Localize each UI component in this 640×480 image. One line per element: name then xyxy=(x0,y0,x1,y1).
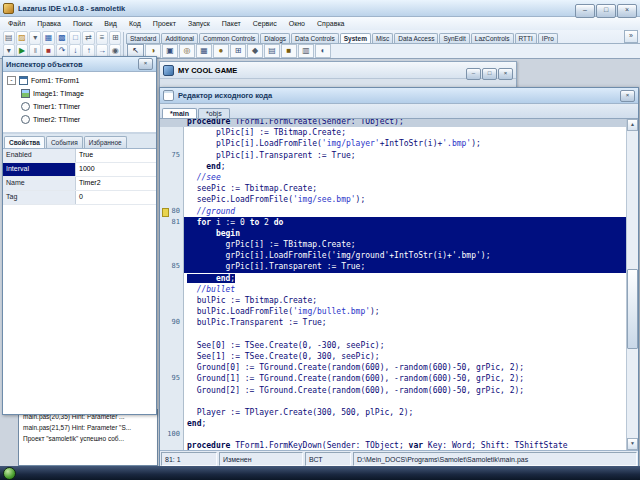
main-titlebar[interactable]: Lazarus IDE v1.0.8 - samoletik –□× xyxy=(0,0,640,17)
tree-item[interactable]: Timer1: TTimer xyxy=(3,100,156,113)
save-all-button[interactable]: ▩ xyxy=(56,31,68,45)
code-line[interactable]: 85 grPic[i].Transparent := True; xyxy=(160,261,627,272)
open-recent-button[interactable]: ▾ xyxy=(29,31,41,45)
property-row[interactable]: EnabledTrue xyxy=(3,149,156,163)
component-icon[interactable]: ▥ xyxy=(298,44,314,58)
code-area[interactable]: procedure TForm1.FormCreate(Sender: TObj… xyxy=(160,119,627,450)
code-line[interactable]: //see xyxy=(160,172,627,183)
code-line[interactable]: bulPic := Tbitmap.Create; xyxy=(160,295,627,306)
property-value[interactable]: 0 xyxy=(76,191,156,204)
toggle-form-unit-button[interactable]: ⇄ xyxy=(82,31,94,45)
palette-tab[interactable]: Data Access xyxy=(394,33,438,43)
code-line[interactable]: 81 for i := 0 to 2 do xyxy=(160,217,627,228)
code-line[interactable]: plPic[i] := TBitmap.Create; xyxy=(160,127,627,138)
code-line[interactable] xyxy=(160,329,627,340)
palette-scroll-button[interactable]: » xyxy=(624,30,638,43)
component-icon[interactable]: ◎ xyxy=(179,44,195,58)
minimize-button[interactable]: – xyxy=(466,68,481,80)
palette-tab[interactable]: LazControls xyxy=(471,33,514,43)
inspector-tab[interactable]: События xyxy=(46,136,83,148)
new-unit-button[interactable]: ▤ xyxy=(3,31,15,45)
code-line[interactable]: //bullet xyxy=(160,284,627,295)
property-name[interactable]: Enabled xyxy=(3,149,76,162)
property-name[interactable]: Name xyxy=(3,177,76,190)
palette-tab[interactable]: Data Controls xyxy=(291,33,339,43)
code-line[interactable]: Ground[0] := TGround.Create(random(600),… xyxy=(160,362,627,373)
code-line[interactable]: seePic := Tbitmap.Create; xyxy=(160,183,627,194)
palette-tab[interactable]: RTTI xyxy=(515,33,537,43)
component-icon[interactable]: ▦ xyxy=(196,44,212,58)
code-line[interactable]: end; xyxy=(160,418,627,429)
palette-tab[interactable]: Misc xyxy=(372,33,393,43)
code-line[interactable]: See[1] := TSee.Create(0, 300, seePic); xyxy=(160,351,627,362)
tree-expander-icon[interactable]: - xyxy=(7,76,16,85)
component-icon[interactable]: ■ xyxy=(281,44,297,58)
property-name[interactable]: Tag xyxy=(3,191,76,204)
code-line[interactable]: 90 bulPic.Transparent := True; xyxy=(160,317,627,328)
component-icon[interactable]: ● xyxy=(213,44,229,58)
object-inspector-titlebar[interactable]: Инспектор объектов × xyxy=(3,57,156,72)
menu-item[interactable]: Справка xyxy=(311,20,350,27)
property-value[interactable]: True xyxy=(76,149,156,162)
code-line[interactable]: Player := TPlayer.Create(300, 500, plPic… xyxy=(160,407,627,418)
scroll-down-icon[interactable]: ▼ xyxy=(627,438,638,450)
code-line[interactable]: procedure TForm1.FormCreate(Sender: TObj… xyxy=(160,119,627,127)
property-row[interactable]: Interval1000 xyxy=(3,163,156,177)
code-line[interactable]: end; xyxy=(160,161,627,172)
code-line[interactable]: 75 plPic[i].Transparent := True; xyxy=(160,150,627,161)
component-icon[interactable]: ◐ xyxy=(315,44,331,58)
editor-tab[interactable]: *main xyxy=(162,108,197,118)
menu-item[interactable]: Поиск xyxy=(67,20,98,27)
property-row[interactable]: NameTimer2 xyxy=(3,177,156,191)
palette-tab[interactable]: Standard xyxy=(126,33,160,43)
message-line[interactable]: main.pas(21,57) Hint: Parameter "S... xyxy=(23,424,157,435)
palette-tab[interactable]: Dialogs xyxy=(260,33,290,43)
palette-tab[interactable]: System xyxy=(340,33,371,43)
close-button[interactable]: × xyxy=(138,58,153,70)
code-line[interactable]: 95 Ground[1] := TGround.Create(random(60… xyxy=(160,373,627,384)
close-button[interactable]: × xyxy=(620,90,635,102)
code-line[interactable]: grPic[i] := TBitmap.Create; xyxy=(160,239,627,250)
code-line[interactable]: end; xyxy=(160,273,627,284)
close-button[interactable]: × xyxy=(498,68,513,80)
code-line[interactable]: Ground[2] := TGround.Create(random(600),… xyxy=(160,385,627,396)
maximize-button[interactable]: □ xyxy=(596,4,616,18)
code-line[interactable]: begin xyxy=(160,228,627,239)
palette-tab[interactable]: IPro xyxy=(538,33,558,43)
editor-titlebar[interactable]: Редактор исходного кода × xyxy=(160,88,638,104)
editor-scrollbar[interactable]: ▲ ▼ xyxy=(626,119,638,450)
property-row[interactable]: Tag0 xyxy=(3,191,156,205)
palette-tab[interactable]: Common Controls xyxy=(199,33,259,43)
menu-item[interactable]: Код xyxy=(123,20,147,27)
close-button[interactable]: × xyxy=(617,4,637,18)
tree-item[interactable]: -Form1: TForm1 xyxy=(3,74,156,87)
menu-item[interactable]: Правка xyxy=(31,20,67,27)
property-value[interactable]: 1000 xyxy=(76,163,156,176)
component-icon[interactable]: ⊞ xyxy=(230,44,246,58)
view-forms-button[interactable]: ⊞ xyxy=(109,31,121,45)
code-line[interactable]: bulPic.LoadFromFile('img/bullet.bmp'); xyxy=(160,306,627,317)
palette-tab[interactable]: SynEdit xyxy=(439,33,469,43)
menu-item[interactable]: Вид xyxy=(98,20,123,27)
save-button[interactable]: ▦ xyxy=(42,31,54,45)
new-form-button[interactable]: □ xyxy=(69,31,81,45)
tree-item[interactable]: Image1: TImage xyxy=(3,87,156,100)
component-icon[interactable]: ▣ xyxy=(162,44,178,58)
code-line[interactable]: seePic.LoadFromFile('img/see.bmp'); xyxy=(160,194,627,205)
scroll-up-icon[interactable]: ▲ xyxy=(627,119,638,131)
message-line[interactable]: Проект "samoletik" успешно соб... xyxy=(23,435,157,446)
scrollbar-thumb[interactable] xyxy=(627,269,638,349)
menu-item[interactable]: Проект xyxy=(147,20,182,27)
code-line[interactable]: 100 xyxy=(160,429,627,440)
view-units-button[interactable]: ≡ xyxy=(96,31,108,45)
menu-item[interactable]: Файл xyxy=(2,20,31,27)
code-line[interactable]: plPic[i].LoadFromFile('img/player'+IntTo… xyxy=(160,138,627,149)
code-line[interactable]: 80 //ground xyxy=(160,206,627,217)
component-icon[interactable]: ▤ xyxy=(264,44,280,58)
menu-item[interactable]: Пакет xyxy=(216,20,247,27)
code-line[interactable] xyxy=(160,396,627,407)
maximize-button[interactable]: □ xyxy=(482,68,497,80)
editor-tab[interactable]: *objs xyxy=(198,108,230,118)
code-editor[interactable]: procedure TForm1.FormCreate(Sender: TObj… xyxy=(160,119,638,450)
property-value[interactable]: Timer2 xyxy=(76,177,156,190)
